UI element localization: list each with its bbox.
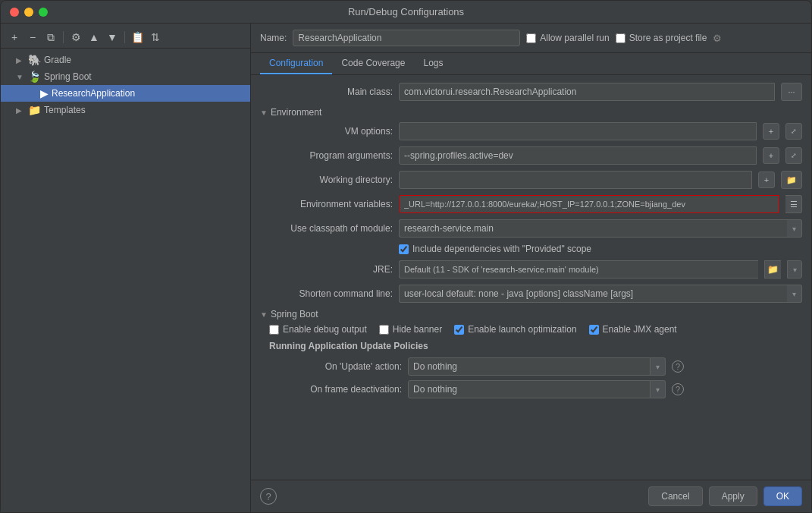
vm-options-fullscreen-button[interactable]: ⤢ — [785, 123, 802, 140]
name-label: Name: — [260, 33, 287, 43]
tab-logs[interactable]: Logs — [414, 53, 452, 74]
classpath-label: Use classpath of module: — [260, 223, 393, 234]
include-deps-row: Include dependencies with "Provided" sco… — [399, 244, 802, 254]
sidebar-item-label: ResearchApplication — [52, 88, 135, 99]
env-vars-browse-button[interactable]: ☰ — [785, 195, 802, 213]
working-dir-expand-button[interactable]: + — [758, 172, 775, 188]
gear-icon: ⚙ — [713, 33, 722, 44]
program-args-fullscreen-button[interactable]: ⤢ — [785, 147, 802, 164]
springboot-section-title: Spring Boot — [271, 309, 318, 319]
enable-launch-label[interactable]: Enable launch optimization — [454, 324, 576, 335]
run-icon: ▶ — [40, 87, 49, 99]
apply-button[interactable]: Apply — [709, 486, 757, 506]
jre-label: JRE: — [260, 264, 393, 275]
settings-button[interactable]: ⚙ — [68, 30, 83, 45]
title-bar: Run/Debug Configurations — [1, 1, 811, 24]
tab-code-coverage[interactable]: Code Coverage — [332, 53, 414, 74]
on-update-select[interactable]: Do nothing — [408, 357, 651, 376]
sidebar-item-templates[interactable]: ▶ 📁 Templates — [1, 102, 250, 118]
enable-jmx-checkbox[interactable] — [589, 325, 599, 335]
jre-folder-button[interactable]: 📁 — [764, 260, 781, 279]
sidebar-item-label: Templates — [44, 105, 86, 115]
allow-parallel-checkbox[interactable] — [526, 33, 536, 43]
minimize-button[interactable] — [24, 8, 33, 17]
env-vars-input[interactable] — [399, 195, 779, 213]
env-vars-row: Environment variables: ☰ — [260, 195, 802, 213]
ok-button[interactable]: OK — [763, 486, 802, 506]
vm-options-input[interactable] — [399, 122, 757, 140]
vm-options-row: VM options: + ⤢ — [260, 122, 802, 140]
shorten-cmd-row: Shorten command line: user-local default… — [260, 285, 802, 303]
window-title: Run/Debug Configurations — [348, 6, 464, 17]
classpath-select-arrow[interactable]: ▾ — [787, 219, 802, 238]
sort-button[interactable]: ⇅ — [148, 30, 163, 45]
hide-banner-checkbox[interactable] — [379, 325, 389, 335]
include-deps-label: Include dependencies with "Provided" sco… — [412, 244, 591, 254]
program-args-label: Program arguments: — [260, 150, 393, 161]
main-class-browse-button[interactable]: ··· — [781, 83, 802, 101]
bottom-bar: ? Cancel Apply OK — [251, 480, 811, 512]
sidebar-item-research-app[interactable]: ▶ ResearchApplication — [1, 85, 250, 102]
enable-debug-label[interactable]: Enable debug output — [269, 324, 367, 335]
name-input[interactable] — [293, 30, 520, 46]
shorten-cmd-arrow[interactable]: ▾ — [787, 285, 802, 303]
filter-button[interactable]: 📋 — [130, 30, 145, 45]
gradle-icon: 🐘 — [28, 54, 41, 66]
hide-banner-label[interactable]: Hide banner — [379, 324, 442, 335]
sidebar-item-gradle[interactable]: ▶ 🐘 Gradle — [1, 52, 250, 68]
shorten-cmd-select[interactable]: user-local default: none - java [options… — [399, 285, 787, 303]
sidebar-item-spring-boot[interactable]: ▼ 🍃 Spring Boot — [1, 68, 250, 85]
on-update-help-icon[interactable]: ? — [672, 360, 684, 373]
allow-parallel-label: Allow parallel run — [540, 33, 609, 43]
tab-configuration[interactable]: Configuration — [260, 53, 332, 74]
move-up-button[interactable]: ▲ — [86, 30, 102, 45]
action-buttons: Cancel Apply OK — [648, 486, 802, 506]
enable-debug-checkbox[interactable] — [269, 325, 279, 335]
copy-config-button[interactable]: ⧉ — [43, 30, 58, 45]
update-policies-section: Running Application Update Policies On '… — [269, 341, 802, 398]
jre-input[interactable] — [399, 260, 758, 279]
on-frame-arrow[interactable]: ▾ — [651, 380, 666, 398]
sidebar: + − ⧉ ⚙ ▲ ▼ 📋 ⇅ ▶ 🐘 Gradle ▼ 🍃 — [1, 24, 251, 512]
environment-section-title: Environment — [271, 107, 321, 118]
include-deps-checkbox-label[interactable]: Include dependencies with "Provided" sco… — [399, 244, 591, 254]
main-class-input[interactable] — [399, 83, 775, 101]
allow-parallel-checkbox-label[interactable]: Allow parallel run — [526, 33, 609, 43]
right-panel: Name: Allow parallel run Store as projec… — [251, 24, 811, 512]
on-frame-help-icon[interactable]: ? — [672, 383, 684, 395]
jre-arrow-button[interactable]: ▾ — [787, 260, 802, 279]
classpath-select[interactable]: research-service.main — [399, 219, 787, 238]
program-args-expand-button[interactable]: + — [763, 147, 779, 164]
working-dir-browse-button[interactable]: 📁 — [781, 171, 802, 189]
on-frame-select[interactable]: Do nothing — [408, 380, 651, 398]
remove-config-button[interactable]: − — [25, 30, 40, 45]
on-update-row: On 'Update' action: Do nothing ▾ ? — [269, 357, 802, 376]
move-down-button[interactable]: ▼ — [105, 30, 120, 45]
cancel-button[interactable]: Cancel — [648, 486, 702, 506]
enable-debug-text: Enable debug output — [283, 324, 367, 335]
working-dir-row: Working directory: + 📁 — [260, 171, 802, 189]
sidebar-item-label: Gradle — [44, 55, 71, 65]
on-update-arrow[interactable]: ▾ — [651, 357, 666, 376]
main-window: Run/Debug Configurations + − ⧉ ⚙ ▲ ▼ 📋 ⇅… — [0, 0, 812, 513]
vm-options-expand-button[interactable]: + — [763, 123, 779, 140]
program-args-input[interactable] — [399, 146, 757, 165]
program-args-row: Program arguments: + ⤢ — [260, 146, 802, 165]
springboot-section: ▼ Spring Boot Enable debug output Hide b… — [260, 309, 802, 398]
include-deps-checkbox[interactable] — [399, 244, 409, 254]
main-content: + − ⧉ ⚙ ▲ ▼ 📋 ⇅ ▶ 🐘 Gradle ▼ 🍃 — [1, 24, 811, 512]
window-controls — [10, 8, 48, 17]
classpath-select-wrapper: research-service.main ▾ — [399, 219, 802, 238]
store-project-checkbox-label[interactable]: Store as project file — [616, 33, 707, 43]
sidebar-toolbar: + − ⧉ ⚙ ▲ ▼ 📋 ⇅ — [1, 27, 250, 49]
on-frame-row: On frame deactivation: Do nothing ▾ ? — [269, 380, 802, 398]
working-dir-input[interactable] — [399, 171, 752, 189]
springboot-section-header: ▼ Spring Boot — [260, 309, 802, 319]
maximize-button[interactable] — [39, 8, 48, 17]
close-button[interactable] — [10, 8, 19, 17]
add-config-button[interactable]: + — [7, 30, 22, 45]
enable-launch-checkbox[interactable] — [454, 325, 464, 335]
enable-jmx-label[interactable]: Enable JMX agent — [589, 324, 677, 335]
global-help-button[interactable]: ? — [260, 488, 277, 505]
store-project-checkbox[interactable] — [616, 33, 625, 43]
